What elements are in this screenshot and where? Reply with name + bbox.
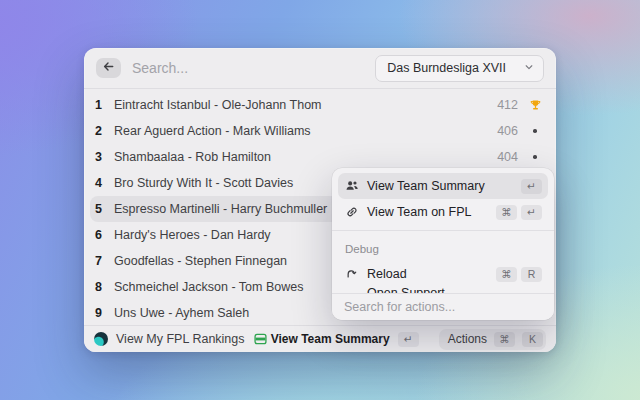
dot-icon (528, 155, 542, 159)
arrow-left-icon (102, 60, 115, 76)
shortcut-keys: ↵ (521, 179, 542, 194)
actions-menu: View Team Summary↵View Team on FPL⌘↵Debu… (332, 168, 554, 320)
fpl-extension-logo-icon (94, 332, 108, 346)
rank-number: 1 (92, 98, 105, 112)
primary-action-label[interactable]: View Team Summary (271, 332, 390, 346)
league-dropdown[interactable]: Das Burndesliga XVII (375, 55, 544, 82)
rank-number: 4 (92, 176, 105, 190)
rank-number: 5 (92, 202, 105, 216)
return-key: ↵ (398, 332, 419, 347)
rank-number: 8 (92, 280, 105, 294)
rank-number: 2 (92, 124, 105, 138)
command-key: ⌘ (494, 332, 515, 347)
team-title: Rear Aguerd Action - Mark Williams (114, 124, 311, 138)
list-item-rank-2[interactable]: 2Rear Aguerd Action - Mark Williams406 (90, 118, 550, 144)
menu-item-reload[interactable]: Reload⌘R (338, 261, 548, 287)
desktop-background: Search... Das Burndesliga XVII 1Eintrach… (0, 0, 640, 400)
team-title: Bro Sturdy With It - Scott Davies (114, 176, 293, 190)
menu-item-label: Reload (367, 267, 488, 281)
actions-button[interactable]: Actions ⌘ K (439, 329, 546, 350)
team-title: Uns Uwe - Ayhem Saleh (114, 306, 249, 320)
menu-item-label: View Team Summary (367, 179, 513, 193)
chevron-down-icon (524, 61, 534, 75)
dot-icon (528, 129, 542, 133)
league-dropdown-value: Das Burndesliga XVII (387, 61, 506, 75)
key-⌘: ⌘ (496, 267, 517, 282)
back-button[interactable] (96, 58, 121, 78)
command-title: View My FPL Rankings (116, 332, 245, 346)
status-bar: View My FPL Rankings View Team Summary ↵… (84, 325, 556, 352)
actions-button-label: Actions (448, 332, 487, 346)
actions-search-input[interactable]: Search for actions... (332, 293, 554, 320)
team-title: Hardy's Heroes - Dan Hardy (114, 228, 271, 242)
rank-number: 9 (92, 306, 105, 320)
key-⌘: ⌘ (496, 205, 517, 220)
menu-item-link[interactable]: View Team on FPL⌘↵ (338, 199, 548, 225)
link-icon (344, 205, 359, 219)
points-value: 406 (497, 124, 518, 138)
team-title: Schmeichel Jackson - Tom Bowes (114, 280, 303, 294)
search-input[interactable]: Search... (132, 60, 375, 76)
actions-search-placeholder: Search for actions... (344, 300, 455, 314)
rank-number: 7 (92, 254, 105, 268)
cached-card-icon (253, 332, 268, 346)
menu-separator (332, 230, 554, 231)
shortcut-keys: ⌘↵ (496, 205, 542, 220)
menu-item-label: View Team on FPL (367, 205, 488, 219)
reload-icon (344, 267, 359, 281)
shortcut-keys: ⌘R (496, 267, 542, 282)
menu-item-team-summary[interactable]: View Team Summary↵ (338, 173, 548, 199)
team-title: Eintracht Istanbul - Ole-Johann Thom (114, 98, 322, 112)
team-summary-icon (344, 179, 359, 193)
status-bar-actions: View Team Summary ↵ Actions ⌘ K (271, 329, 546, 350)
list-item-rank-3[interactable]: 3Shambaalaa - Rob Hamilton404 (90, 144, 550, 170)
points-value: 404 (497, 150, 518, 164)
key-↵: ↵ (521, 179, 542, 194)
header: Search... Das Burndesliga XVII (84, 48, 556, 89)
k-key: K (522, 332, 543, 347)
team-title: Shambaalaa - Rob Hamilton (114, 150, 271, 164)
key-↵: ↵ (521, 205, 542, 220)
trophy-icon (528, 99, 542, 112)
points-value: 412 (497, 98, 518, 112)
rank-number: 6 (92, 228, 105, 242)
key-R: R (521, 267, 542, 282)
rank-number: 3 (92, 150, 105, 164)
list-item-rank-1[interactable]: 1Eintracht Istanbul - Ole-Johann Thom412 (90, 92, 550, 118)
actions-menu-items: View Team Summary↵View Team on FPL⌘↵Debu… (332, 168, 554, 294)
menu-section-label: Debug (338, 236, 548, 261)
team-title: Espresso Martinelli - Harry Buchmuller (114, 202, 327, 216)
team-title: Goodfellas - Stephen Finnegan (114, 254, 287, 268)
